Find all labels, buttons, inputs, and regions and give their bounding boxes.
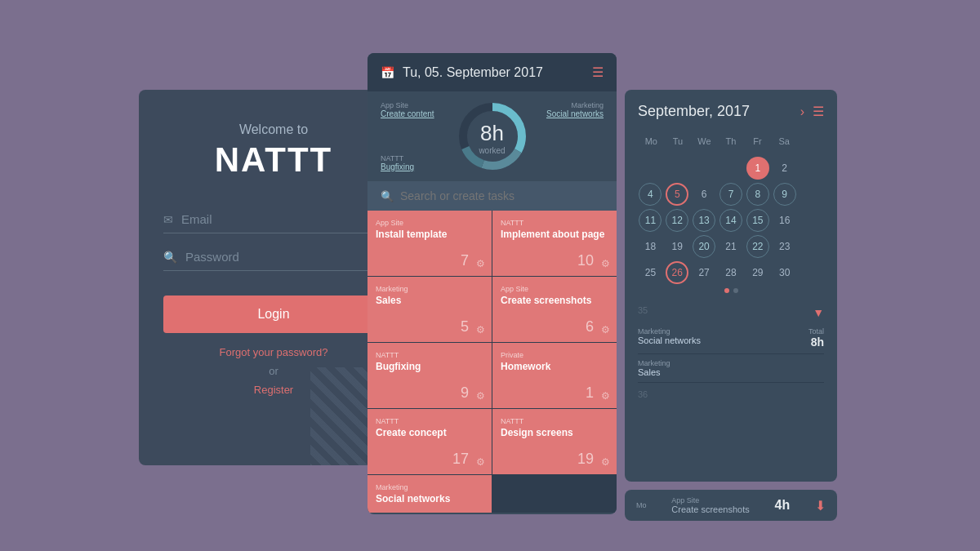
worked-hours: 8h: [479, 121, 505, 146]
calendar-day: [719, 157, 742, 180]
social-networks-link[interactable]: Social networks: [546, 109, 604, 118]
calendar-day-27[interactable]: 27: [693, 261, 715, 284]
calendar-day-28[interactable]: 28: [719, 261, 742, 284]
gear-icon[interactable]: ⚙: [601, 258, 610, 269]
calendar-day-4[interactable]: 4: [639, 183, 662, 206]
task-card[interactable]: NATTT Implement about page 10 ⚙: [492, 211, 617, 276]
calendar-day-19[interactable]: 19: [666, 235, 688, 258]
calendar-dots: [638, 288, 824, 293]
item-name-social-networks: Social networks: [638, 335, 701, 345]
forgot-password-link[interactable]: Forgot your password?: [220, 346, 328, 358]
calendar-day-6[interactable]: 6: [693, 183, 715, 206]
calendar-day: [800, 261, 823, 284]
gear-icon[interactable]: ⚙: [476, 390, 485, 402]
calendar-day-21[interactable]: 21: [719, 235, 742, 258]
task-number: 7: [461, 252, 469, 269]
calendar-month: September, 2017: [638, 103, 750, 120]
day-header-th: Th: [718, 133, 745, 149]
task-number: 6: [586, 318, 594, 335]
calendar-day-26[interactable]: 26: [666, 261, 688, 284]
filter-icon[interactable]: ▼: [813, 306, 824, 319]
gear-icon[interactable]: ⚙: [476, 324, 485, 335]
menu-icon[interactable]: ☰: [592, 64, 604, 80]
bottom-day: Mo: [636, 501, 647, 509]
calendar-day-15[interactable]: 15: [746, 209, 769, 232]
bottom-hours: 4h: [775, 498, 791, 513]
day-header-tu: Tu: [665, 133, 692, 149]
task-card[interactable]: Marketing Social networks 11 ⚙: [368, 475, 492, 513]
calendar-header: September, 2017 › ☰: [638, 103, 824, 120]
calendar-day-25[interactable]: 25: [639, 261, 662, 284]
calendar-day-16[interactable]: 16: [773, 209, 796, 232]
task-number: 1: [586, 384, 594, 402]
header-date: Tu, 05. September 2017: [403, 65, 543, 80]
calendar-day-18[interactable]: 18: [639, 235, 662, 258]
password-field[interactable]: [185, 250, 384, 264]
password-icon: 🔍: [163, 251, 177, 264]
task-card[interactable]: Private Homework 1 ⚙: [492, 343, 617, 408]
calendar-day-22[interactable]: 22: [746, 235, 769, 258]
task-card[interactable]: NATTT Create concept 17 ⚙: [368, 409, 492, 474]
task-title: Create concept: [376, 427, 483, 440]
total-value: 8h: [811, 335, 824, 349]
calendar-day-2[interactable]: 2: [773, 157, 796, 180]
calendar-day-1[interactable]: 1: [746, 157, 769, 180]
next-month-arrow[interactable]: ›: [800, 104, 804, 119]
item-cat-marketing: Marketing: [638, 327, 701, 335]
email-field[interactable]: [181, 212, 384, 226]
task-category: App Site: [376, 219, 483, 227]
task-panel: 📅 Tu, 05. September 2017 ☰ App Site Crea…: [368, 53, 617, 514]
calendar-menu-icon[interactable]: ☰: [813, 104, 824, 119]
calendar-days-header: MoTuWeThFrSa: [638, 133, 824, 149]
task-title: Homework: [501, 361, 608, 374]
task-card[interactable]: App Site Install template 7 ⚙: [368, 211, 492, 276]
task-number: 19: [577, 451, 594, 468]
app-name: NATTT: [215, 140, 333, 180]
task-category: NATTT: [501, 219, 608, 227]
calendar-day-5[interactable]: 5: [666, 183, 688, 206]
gear-icon[interactable]: ⚙: [476, 258, 485, 269]
search-bar: 🔍: [368, 181, 617, 211]
gear-icon[interactable]: ⚙: [476, 456, 485, 468]
side-list-item-social-networks: Marketing Social networks Total 8h: [638, 322, 824, 354]
calendar-panel: September, 2017 › ☰ MoTuWeThFrSa 1245678…: [625, 90, 837, 482]
task-card[interactable]: NATTT Design screens 19 ⚙: [492, 409, 617, 474]
task-number: 10: [577, 252, 594, 269]
task-card[interactable]: NATTT Bugfixing 9 ⚙: [368, 343, 492, 408]
calendar-day-12[interactable]: 12: [666, 209, 688, 232]
calendar-day-11[interactable]: 11: [639, 209, 662, 232]
gear-icon[interactable]: ⚙: [601, 456, 610, 468]
calendar-day-29[interactable]: 29: [746, 261, 769, 284]
task-card[interactable]: Marketing Sales 5 ⚙: [368, 277, 492, 342]
gear-icon[interactable]: ⚙: [601, 324, 610, 335]
calendar-day-9[interactable]: 9: [773, 183, 796, 206]
task-card[interactable]: App Site Create screenshots 6 ⚙: [492, 277, 617, 342]
create-content-link[interactable]: Create content: [381, 109, 434, 118]
calendar-day-23[interactable]: 23: [773, 235, 796, 258]
side-list: 35 ▼ Marketing Social networks Total 8h …: [638, 301, 824, 399]
calendar-day-7[interactable]: 7: [719, 183, 742, 206]
bugfixing-link[interactable]: Bugfixing: [381, 162, 414, 171]
or-separator: or: [269, 365, 278, 377]
calendar-day: [800, 183, 823, 206]
week-35-label: 35: [638, 305, 648, 315]
worked-label: worked: [479, 146, 505, 155]
calendar-day: [666, 157, 688, 180]
login-button[interactable]: Login: [163, 295, 384, 333]
calendar-day-8[interactable]: 8: [746, 183, 769, 206]
calendar-day-13[interactable]: 13: [693, 209, 715, 232]
calendar-day-14[interactable]: 14: [719, 209, 742, 232]
dot-active: [724, 288, 729, 293]
calendar-day-20[interactable]: 20: [693, 235, 715, 258]
task-number: 17: [452, 451, 469, 468]
calendar-day-30[interactable]: 30: [773, 261, 796, 284]
gear-icon[interactable]: ⚙: [601, 390, 610, 402]
bottom-task-name: Create screenshots: [671, 504, 749, 514]
download-icon[interactable]: ⬇: [815, 498, 826, 513]
email-input-group: ✉: [163, 212, 384, 233]
donut-label-app-site: App Site Create content: [381, 101, 434, 118]
item-name-sales: Sales: [638, 367, 670, 377]
week-36-label: 36: [638, 389, 824, 399]
search-input[interactable]: [400, 189, 604, 202]
register-link[interactable]: Register: [254, 384, 293, 396]
